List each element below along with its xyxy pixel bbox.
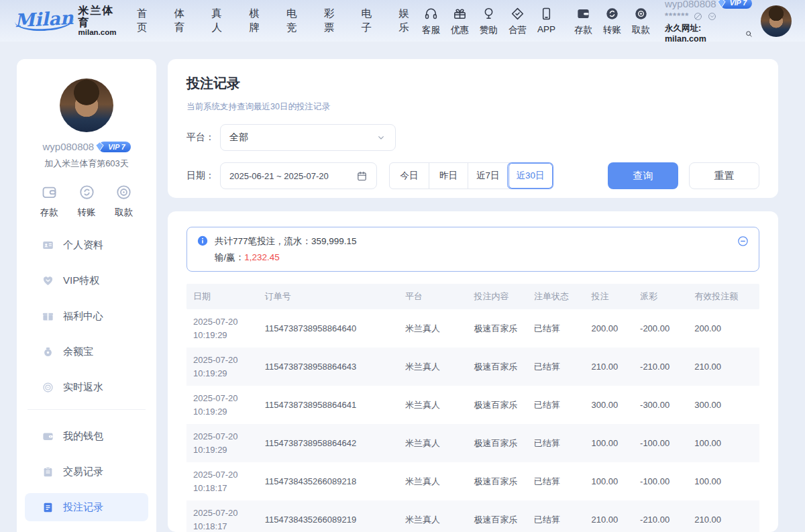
quickdate-今日[interactable]: 今日 xyxy=(390,163,429,189)
header-link-客服[interactable]: 客服 xyxy=(417,6,445,36)
table-row: 2025-07-2010:19:29 1154738738958864642 米… xyxy=(186,424,759,462)
main-nav: 首页体育真人棋牌电竞彩票电子娱乐 xyxy=(137,7,417,35)
sidebar-item-实时返水[interactable]: 实时返水 xyxy=(25,373,148,401)
col-header-0: 日期 xyxy=(186,290,258,303)
quickdate-昨日[interactable]: 昨日 xyxy=(429,163,468,189)
platform-select[interactable]: 全部 xyxy=(220,124,396,151)
logo-domain-text: milan.com xyxy=(78,28,118,37)
sidebar-item-交易记录[interactable]: 交易记录 xyxy=(25,458,148,486)
col-header-6: 派彩 xyxy=(633,290,688,303)
join-days-text: 加入米兰体育第603天 xyxy=(17,158,156,170)
user-avatar[interactable] xyxy=(761,5,792,37)
col-header-4: 注单状态 xyxy=(527,290,584,303)
sidebar-item-我的钱包[interactable]: 我的钱包 xyxy=(25,422,148,450)
deposit-solid-icon xyxy=(576,6,591,21)
table-row: 2025-07-2010:19:29 1154738738958864641 米… xyxy=(186,386,759,424)
platform-select-value: 全部 xyxy=(229,131,248,144)
rebate-icon xyxy=(42,381,54,394)
sidebar-item-个人资料[interactable]: 个人资料 xyxy=(25,231,148,259)
reset-button[interactable]: 重置 xyxy=(689,162,759,189)
loss-win-label: 输/赢： xyxy=(215,252,244,262)
header-link-合营[interactable]: 合营 xyxy=(503,6,532,36)
table-body: 2025-07-2010:19:29 1154738738958864640 米… xyxy=(186,309,759,532)
table-row: 2025-07-2010:19:29 1154738738958864643 米… xyxy=(186,348,759,386)
table-row: 2025-07-2010:19:29 1154738738958864640 米… xyxy=(186,309,759,348)
transfer-solid-icon xyxy=(604,6,620,21)
sidebar-item-福利中心[interactable]: 福利中心 xyxy=(25,302,148,330)
info-icon xyxy=(197,235,209,247)
platform-label: 平台： xyxy=(186,131,215,144)
transactions-icon xyxy=(42,466,54,478)
chevron-down-icon xyxy=(376,132,386,143)
divider xyxy=(28,409,146,410)
sidebar-item-VIP特权[interactable]: VIP特权 xyxy=(25,266,148,295)
nav-item-1[interactable]: 体育 xyxy=(174,7,193,35)
sidebar-menu-top: 个人资料VIP特权福利中心余额宝实时返水 xyxy=(25,231,148,401)
summary-count-text: 共计777笔投注，流水： xyxy=(215,236,311,246)
calendar-icon xyxy=(356,170,368,182)
headset-icon xyxy=(423,6,439,21)
order-number: 1154738738958864643 xyxy=(258,362,398,372)
quickdate-近7日[interactable]: 近7日 xyxy=(468,163,508,189)
table-header: 日期订单号平台投注内容注单状态投注派彩有效投注额 xyxy=(186,284,759,309)
order-number: 1154738738958864640 xyxy=(258,323,398,333)
quick-date-group: 今日昨日近7日近30日 xyxy=(389,162,553,189)
bet-records-icon xyxy=(42,501,54,514)
summary-bar: 共计777笔投注，流水：359,999.15 输/赢：1,232.45 xyxy=(186,227,759,272)
nav-item-5[interactable]: 彩票 xyxy=(324,7,342,35)
circle-chevron-down-icon[interactable] xyxy=(707,11,717,21)
query-button[interactable]: 查询 xyxy=(608,162,678,189)
id-card-icon xyxy=(42,239,54,252)
quickdate-近30日[interactable]: 近30日 xyxy=(508,163,553,189)
sidebar-quick-actions: 存款转账取款 xyxy=(21,183,152,219)
sidebar-action-转账[interactable]: 转账 xyxy=(78,183,96,219)
nav-item-2[interactable]: 真人 xyxy=(211,7,229,35)
header-link-取款[interactable]: 取款 xyxy=(627,6,655,36)
logo-cn-text: 米兰体育 xyxy=(78,5,118,28)
order-number: 1154738435266089218 xyxy=(258,476,398,486)
search-icon[interactable] xyxy=(745,30,753,38)
sidebar-item-投注记录[interactable]: 投注记录 xyxy=(25,493,148,521)
sponsor-icon xyxy=(481,6,496,21)
filter-card: 投注记录 当前系统支持查询最近30日的投注记录 平台： 全部 日期： 2025-… xyxy=(168,59,778,198)
loss-win-value: 1,232.45 xyxy=(244,252,280,262)
site-url: 永久网址: milan.com xyxy=(665,23,743,45)
withdraw-solid-icon xyxy=(633,6,649,21)
col-header-3: 投注内容 xyxy=(467,290,527,303)
sidebar-item-余额宝[interactable]: 余额宝 xyxy=(25,337,148,366)
header-link-优惠[interactable]: 优惠 xyxy=(445,6,474,36)
vip-badge: VIP 7 xyxy=(99,142,130,152)
nav-item-7[interactable]: 娱乐 xyxy=(398,7,417,35)
nav-item-4[interactable]: 电竞 xyxy=(286,7,305,35)
logo-script-text: Milan xyxy=(14,9,74,33)
order-number: 1154738738958864642 xyxy=(258,438,398,448)
header-link-APP[interactable]: APP xyxy=(532,6,561,36)
collapse-icon[interactable] xyxy=(737,235,749,248)
nav-item-3[interactable]: 棋牌 xyxy=(249,7,267,35)
order-number: 1154738435266089219 xyxy=(258,515,398,525)
page-title: 投注记录 xyxy=(186,74,759,93)
username: wyp080808 xyxy=(665,0,716,10)
eye-off-icon[interactable] xyxy=(693,11,703,21)
date-label: 日期： xyxy=(186,170,215,182)
records-card: 共计777笔投注，流水：359,999.15 输/赢：1,232.45 日期订单… xyxy=(168,211,778,532)
sidebar-action-存款[interactable]: 存款 xyxy=(40,183,58,219)
deposit-outline-icon xyxy=(40,183,58,201)
wallet-icon xyxy=(42,430,54,443)
quick-links: 客服优惠赞助合营APP xyxy=(417,6,561,36)
profile-avatar[interactable] xyxy=(60,78,113,132)
vip-diamond-icon xyxy=(716,0,727,9)
header-link-转账[interactable]: 转账 xyxy=(598,6,627,36)
top-navbar: Milan 米兰体育 milan.com 首页体育真人棋牌电竞彩票电子娱乐 客服… xyxy=(0,0,805,42)
user-block: wyp080808 VIP 7 ****** 永久网址: milan.com xyxy=(665,0,753,44)
withdraw-outline-icon xyxy=(115,183,133,201)
sidebar-action-取款[interactable]: 取款 xyxy=(115,183,133,219)
col-header-7: 有效投注额 xyxy=(688,290,759,303)
date-range-input[interactable]: 2025-06-21 ~ 2025-07-20 xyxy=(220,162,377,189)
header-link-赞助[interactable]: 赞助 xyxy=(474,6,503,36)
gift-icon xyxy=(452,6,468,21)
nav-item-0[interactable]: 首页 xyxy=(137,7,155,35)
header-link-存款[interactable]: 存款 xyxy=(569,6,598,36)
site-logo[interactable]: Milan 米兰体育 milan.com xyxy=(15,5,118,37)
nav-item-6[interactable]: 电子 xyxy=(361,7,379,35)
